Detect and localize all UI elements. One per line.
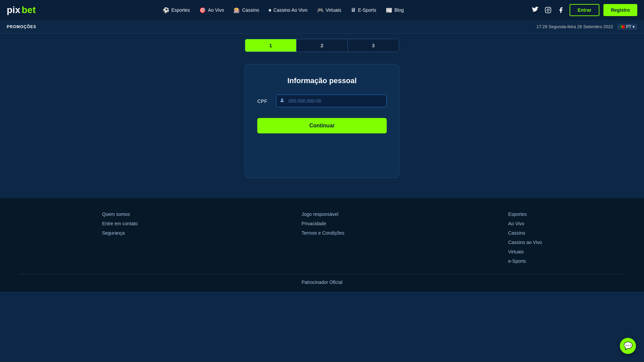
- step-1-label: 1: [269, 43, 272, 48]
- footer: Quem somos Entre em contato Segurança Jo…: [0, 198, 644, 292]
- entrar-button[interactable]: Entrar: [570, 4, 599, 16]
- datetime-lang: 17:29 Segunda-feira 26 Setembro 2022 🇵🇹 …: [536, 24, 637, 30]
- datetime: 17:29 Segunda-feira 26 Setembro 2022: [536, 24, 613, 29]
- footer-divider: [20, 274, 624, 274]
- facebook-icon[interactable]: [556, 5, 566, 15]
- footer-col-3: Esportes Ao Vivo Cassino Cassino ao Vivo…: [508, 212, 542, 264]
- virtuais-icon: 🎮: [317, 7, 324, 13]
- step-3[interactable]: 3: [347, 39, 399, 52]
- nav-blog-label: Blog: [394, 7, 404, 13]
- cpf-row: CPF: [257, 95, 387, 107]
- nav-esportes[interactable]: ⚽ Esportes: [159, 4, 194, 16]
- twitter-icon[interactable]: [531, 5, 540, 15]
- nav-cassino-label: Cassino: [242, 7, 259, 13]
- lang-label: PT: [626, 24, 631, 29]
- step-2-label: 2: [321, 43, 323, 48]
- footer-link-ao-vivo[interactable]: Ao Vivo: [508, 221, 542, 226]
- promo-bar: PROMOÇÕES 17:29 Segunda-feira 26 Setembr…: [0, 20, 644, 34]
- cpf-input[interactable]: [276, 95, 387, 107]
- footer-link-quem-somos[interactable]: Quem somos: [102, 212, 138, 217]
- cassino-icon: 🎰: [233, 7, 240, 13]
- footer-col-2: Jogo responsável Privacidade Termos e Co…: [302, 212, 344, 264]
- footer-link-cassino[interactable]: Cassino: [508, 230, 542, 236]
- esportes-icon: ⚽: [163, 7, 169, 13]
- footer-col-1: Quem somos Entre em contato Segurança: [102, 212, 138, 264]
- svg-rect-0: [545, 7, 551, 13]
- blog-icon: 📰: [386, 7, 392, 13]
- step-3-label: 3: [372, 43, 375, 48]
- logo[interactable]: pixbet: [7, 5, 36, 15]
- form-card: Informação pessoal CPF Continuar: [245, 64, 399, 178]
- footer-link-entre-em-contato[interactable]: Entre em contato: [102, 221, 138, 226]
- footer-link-esportes[interactable]: Esportes: [508, 212, 542, 217]
- lang-badge[interactable]: 🇵🇹 PT ▾: [617, 24, 637, 30]
- footer-link-termos[interactable]: Termos e Condições: [302, 230, 344, 236]
- continue-button[interactable]: Continuar: [257, 118, 387, 133]
- nav-e-sports-label: E-Sports: [358, 7, 376, 13]
- footer-link-virtuais[interactable]: Virtuais: [508, 249, 542, 254]
- cassino-ao-vivo-icon: ♠: [269, 7, 272, 13]
- steps-container: 1 2 3: [245, 39, 399, 52]
- chat-bubble[interactable]: 💬: [620, 338, 636, 354]
- cpf-input-wrapper: [276, 95, 387, 107]
- nav-virtuais[interactable]: 🎮 Virtuais: [313, 4, 345, 16]
- footer-bottom: Patrocinador Oficial: [20, 280, 624, 285]
- flag-icon: 🇵🇹: [620, 24, 625, 29]
- footer-link-seguranca[interactable]: Segurança: [102, 230, 138, 236]
- nav-ao-vivo-label: Ao Vivo: [208, 7, 224, 13]
- steps-bar: 1 2 3: [0, 34, 644, 57]
- footer-link-e-sports[interactable]: e-Sports: [508, 258, 542, 264]
- nav-virtuais-label: Virtuais: [326, 7, 341, 13]
- chevron-down-icon: ▾: [633, 24, 635, 29]
- form-title: Informação pessoal: [257, 76, 387, 85]
- footer-link-cassino-ao-vivo[interactable]: Cassino ao Vivo: [508, 240, 542, 245]
- nav-cassino-ao-vivo[interactable]: ♠ Cassino Ao Vivo: [265, 4, 312, 16]
- patrocinador-label: Patrocinador Oficial: [302, 280, 342, 285]
- footer-link-jogo-responsavel[interactable]: Jogo responsável: [302, 212, 344, 217]
- svg-point-1: [547, 9, 549, 11]
- footer-columns: Quem somos Entre em contato Segurança Jo…: [20, 212, 624, 264]
- svg-point-2: [549, 8, 550, 9]
- cpf-label: CPF: [257, 98, 271, 104]
- main-nav: ⚽ Esportes 🎯 Ao Vivo 🎰 Cassino ♠ Cassino…: [159, 4, 408, 16]
- nav-esportes-label: Esportes: [171, 7, 190, 13]
- main-content: Informação pessoal CPF Continuar: [0, 57, 644, 198]
- step-1[interactable]: 1: [245, 39, 296, 52]
- nav-e-sports[interactable]: 🖥 E-Sports: [346, 4, 380, 16]
- logo-pix: pix: [7, 5, 20, 15]
- header: pixbet ⚽ Esportes 🎯 Ao Vivo 🎰 Cassino ♠ …: [0, 0, 644, 20]
- ao-vivo-icon: 🎯: [199, 7, 206, 13]
- social-icons: [531, 5, 566, 15]
- nav-cassino[interactable]: 🎰 Cassino: [229, 4, 263, 16]
- chat-icon: 💬: [624, 342, 633, 350]
- nav-cassino-ao-vivo-label: Cassino Ao Vivo: [273, 7, 308, 13]
- footer-link-privacidade[interactable]: Privacidade: [302, 221, 344, 226]
- nav-blog[interactable]: 📰 Blog: [382, 4, 408, 16]
- nav-ao-vivo[interactable]: 🎯 Ao Vivo: [195, 4, 228, 16]
- header-right: Entrar Registro: [531, 4, 637, 16]
- e-sports-icon: 🖥: [351, 7, 356, 13]
- step-2[interactable]: 2: [296, 39, 347, 52]
- promo-label: PROMOÇÕES: [7, 24, 36, 29]
- instagram-icon[interactable]: [543, 5, 553, 15]
- registro-button[interactable]: Registro: [603, 4, 637, 16]
- logo-bet: bet: [21, 5, 36, 15]
